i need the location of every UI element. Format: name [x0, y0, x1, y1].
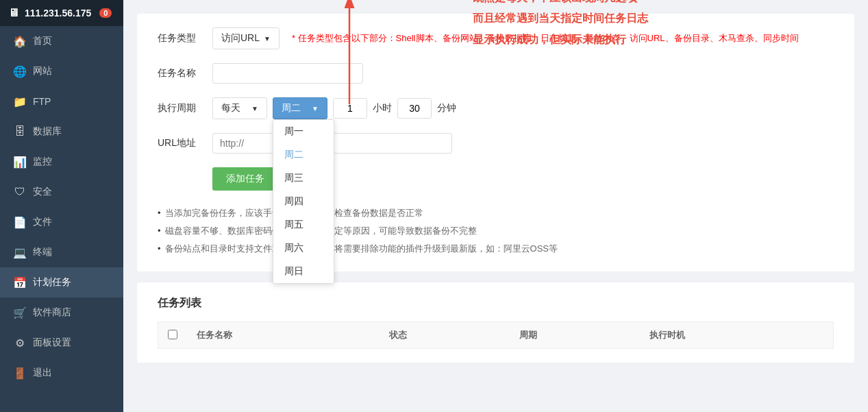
sidebar-item-panel[interactable]: ⚙ 面板设置: [0, 328, 123, 358]
sidebar-item-terminal[interactable]: 💻 终端: [0, 237, 123, 267]
add-task-button[interactable]: 添加任务: [212, 167, 278, 191]
task-name-controls: [212, 63, 363, 84]
sidebar-item-database[interactable]: 🗄 数据库: [0, 117, 123, 147]
sidebar-item-logout[interactable]: 🚪 退出: [0, 358, 123, 388]
note-item-3: 备份站点和目录时支持文件或目录排除，请将需要排除功能的插件升级到最新版，如：阿里…: [158, 240, 834, 258]
annotation-line3: 显示执行成功，但实际未能执行: [473, 29, 648, 50]
minute-unit: 分钟: [437, 102, 456, 114]
hour-input[interactable]: [333, 98, 367, 119]
task-table: 任务名称 状态 周期 执行时机: [158, 322, 834, 349]
period-day-arrow-icon: ▼: [251, 105, 258, 112]
weekday-dropdown-menu: 周一 周二 周三 周四 周五 周六 周日: [273, 119, 334, 284]
col-task-name: 任务名称: [187, 322, 380, 349]
period-weekday-dropdown[interactable]: 周二 ▼: [273, 97, 327, 119]
sidebar-item-monitor[interactable]: 📊 监控: [0, 147, 123, 177]
sidebar-item-database-label: 数据库: [33, 125, 62, 138]
weekday-option-mon[interactable]: 周一: [273, 120, 334, 143]
col-status: 状态: [380, 322, 510, 349]
sidebar-item-monitor-label: 监控: [33, 156, 52, 168]
annotation-line2: 而且经常遇到当天指定时间任务日志: [473, 8, 648, 29]
server-ip: 111.231.56.175: [25, 8, 91, 19]
annotation-line1: 既然是每天，不应该出现周几选项: [473, 0, 648, 8]
monitor-icon: 🖥: [8, 7, 19, 19]
url-label: URL地址: [158, 137, 212, 149]
appstore-icon: 🛒: [14, 306, 26, 319]
annotation-text: 既然是每天，不应该出现周几选项 而且经常遇到当天指定时间任务日志 显示执行成功，…: [473, 0, 648, 50]
sidebar-item-appstore-label: 软件商店: [33, 306, 71, 319]
database-icon: 🗄: [14, 125, 26, 138]
files-icon: 📄: [14, 216, 26, 228]
sidebar-item-panel-label: 面板设置: [33, 337, 71, 349]
task-type-arrow-icon: ▼: [264, 35, 271, 43]
logout-icon: 🚪: [14, 367, 26, 379]
minute-input[interactable]: [397, 98, 432, 119]
form-section: 任务类型 访问URL ▼ * 任务类型包含以下部分：Shell脚本、备份网站、备…: [137, 14, 854, 271]
sidebar-item-website[interactable]: 🌐 网站: [0, 56, 123, 86]
weekday-option-sat[interactable]: 周六: [273, 237, 334, 260]
task-list-title: 任务列表: [158, 296, 834, 311]
sidebar-item-ftp[interactable]: 📁 FTP: [0, 86, 123, 117]
sidebar-header: 🖥 111.231.56.175 0: [0, 0, 123, 26]
website-icon: 🌐: [14, 65, 26, 77]
sidebar-item-scheduled[interactable]: 📅 计划任务: [0, 267, 123, 298]
task-name-label: 任务名称: [158, 67, 212, 80]
period-weekday-value: 周二: [282, 102, 301, 114]
col-checkbox: [158, 322, 188, 349]
sidebar-item-logout-label: 退出: [33, 367, 52, 379]
sidebar-item-security-label: 安全: [33, 186, 52, 198]
notes-section: 当添加完备份任务，应该手动运行一次，并检查备份数据是否正常 磁盘容量不够、数据库…: [158, 204, 834, 258]
url-row: URL地址: [158, 133, 834, 154]
task-name-row: 任务名称: [158, 63, 834, 84]
col-execution-time: 执行时机: [640, 322, 834, 349]
sidebar-item-scheduled-label: 计划任务: [33, 276, 71, 289]
panel-icon: ⚙: [14, 337, 26, 349]
sidebar: 🖥 111.231.56.175 0 🏠 首页 🌐 网站 📁 FTP 🗄 数据库…: [0, 0, 123, 412]
sidebar-item-home[interactable]: 🏠 首页: [0, 26, 123, 56]
weekday-option-fri[interactable]: 周五: [273, 213, 334, 237]
main-content: 任务类型 访问URL ▼ * 任务类型包含以下部分：Shell脚本、备份网站、备…: [123, 0, 868, 412]
sidebar-item-terminal-label: 终端: [33, 246, 52, 258]
ftp-icon: 📁: [14, 95, 26, 108]
note-item-2: 磁盘容量不够、数据库密码错误、网络不稳定等原因，可能导致数据备份不完整: [158, 222, 834, 240]
weekday-option-tue[interactable]: 周二: [273, 143, 334, 167]
sidebar-item-security[interactable]: 🛡 安全: [0, 177, 123, 207]
sidebar-item-home-label: 首页: [33, 35, 52, 47]
sidebar-item-ftp-label: FTP: [33, 96, 51, 107]
select-all-checkbox[interactable]: [168, 330, 177, 339]
hour-unit: 小时: [373, 102, 392, 114]
period-label: 执行周期: [158, 102, 212, 114]
task-list-section: 任务列表 任务名称 状态 周期 执行时机: [137, 282, 854, 363]
task-type-dropdown[interactable]: 访问URL ▼: [212, 27, 280, 49]
sidebar-item-files-label: 文件: [33, 216, 52, 228]
task-type-label: 任务类型: [158, 32, 212, 45]
notification-badge: 0: [99, 8, 112, 18]
period-weekday-wrapper: 周二 ▼ 周一 周二 周三 周四 周五 周六 周日: [273, 97, 327, 119]
period-day-dropdown[interactable]: 每天 ▼: [212, 97, 267, 119]
weekday-option-thu[interactable]: 周四: [273, 190, 334, 213]
sidebar-item-appstore[interactable]: 🛒 软件商店: [0, 298, 123, 328]
task-name-input[interactable]: [212, 63, 363, 84]
weekday-option-wed[interactable]: 周三: [273, 167, 334, 190]
period-controls: 每天 ▼ 周二 ▼ 周一 周二 周三 周四 周五: [212, 97, 456, 119]
period-weekday-arrow-icon: ▼: [312, 105, 319, 112]
period-day-value: 每天: [221, 102, 240, 114]
note-item-1: 当添加完备份任务，应该手动运行一次，并检查备份数据是否正常: [158, 204, 834, 222]
task-type-value: 访问URL: [221, 32, 260, 45]
home-icon: 🏠: [14, 35, 26, 47]
monitor-nav-icon: 📊: [14, 156, 26, 168]
weekday-option-sun[interactable]: 周日: [273, 260, 334, 283]
terminal-icon: 💻: [14, 246, 26, 258]
period-row: 执行周期 每天 ▼ 周二 ▼ 周一 周二 周三: [158, 97, 834, 119]
sidebar-item-website-label: 网站: [33, 65, 52, 77]
sidebar-nav: 🏠 首页 🌐 网站 📁 FTP 🗄 数据库 📊 监控 🛡 安全 📄 文件 💻: [0, 26, 123, 412]
security-icon: 🛡: [14, 186, 26, 198]
col-period: 周期: [510, 322, 640, 349]
scheduled-icon: 📅: [14, 276, 26, 289]
sidebar-item-files[interactable]: 📄 文件: [0, 207, 123, 237]
